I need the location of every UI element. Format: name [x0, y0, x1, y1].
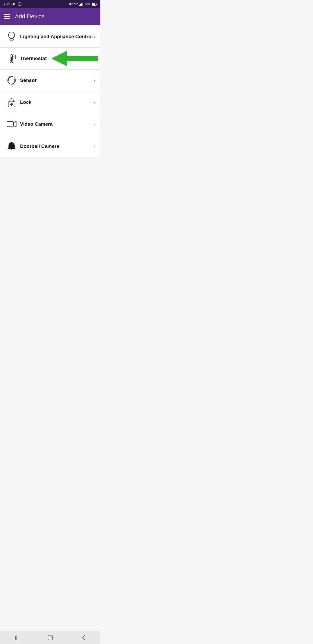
video-camera-label: Video Camera — [18, 121, 93, 127]
page-title: Add Device — [15, 13, 45, 20]
svg-rect-15 — [96, 4, 97, 5]
voicemail-icon — [12, 3, 16, 6]
doorbell-icon — [5, 141, 18, 151]
lock-icon — [5, 97, 18, 107]
svg-marker-37 — [14, 121, 16, 127]
thermostat-icon — [5, 53, 18, 64]
status-left: 7:25 — [4, 2, 21, 6]
list-item-video-camera[interactable]: Video Camera › — [0, 113, 100, 135]
list-item-doorbell-camera[interactable]: Doorbell Camera › — [0, 135, 100, 157]
time-display: 7:25 — [4, 2, 10, 6]
svg-point-8 — [76, 5, 76, 6]
chevron-right-icon: › — [93, 99, 95, 105]
video-camera-icon — [5, 121, 18, 128]
dnd-icon — [18, 2, 21, 6]
svg-rect-9 — [79, 5, 80, 6]
chevron-right-icon: › — [93, 56, 95, 62]
device-list: Lighting and Appliance Control › — [0, 26, 100, 157]
chevron-right-icon: › — [93, 78, 95, 83]
status-right: 72% — [69, 2, 97, 6]
lightbulb-icon — [5, 31, 18, 42]
svg-rect-2 — [13, 5, 15, 5]
svg-marker-5 — [69, 3, 71, 6]
svg-rect-4 — [19, 4, 20, 4]
svg-rect-36 — [7, 122, 13, 127]
thermostat-label: Thermostat — [18, 56, 93, 61]
chevron-right-icon: › — [93, 143, 95, 149]
svg-rect-14 — [92, 3, 95, 5]
list-item-lock[interactable]: Lock › — [0, 91, 100, 113]
svg-rect-35 — [11, 104, 12, 106]
svg-rect-10 — [80, 4, 81, 6]
svg-rect-11 — [81, 3, 82, 6]
sensor-label: Sensor — [18, 78, 93, 83]
chevron-right-icon: › — [93, 121, 95, 127]
battery-percentage: 72% — [84, 2, 90, 6]
svg-point-21 — [11, 61, 13, 62]
battery-icon — [92, 3, 97, 6]
doorbell-camera-label: Doorbell Camera — [18, 143, 93, 149]
list-item-thermostat[interactable]: Thermostat › — [0, 48, 100, 70]
svg-rect-17 — [10, 40, 13, 41]
list-item-sensor[interactable]: Sensor › — [0, 70, 100, 91]
svg-rect-16 — [10, 39, 13, 40]
wifi-icon — [74, 3, 78, 6]
lighting-label: Lighting and Appliance Control — [18, 34, 93, 39]
svg-rect-12 — [82, 3, 83, 6]
mute-icon — [69, 2, 73, 6]
app-bar: Add Device — [0, 8, 100, 25]
sensor-icon — [5, 75, 18, 85]
list-item-lighting[interactable]: Lighting and Appliance Control › — [0, 26, 100, 48]
signal-icon — [79, 3, 83, 6]
hamburger-menu-button[interactable] — [4, 14, 10, 19]
lock-label: Lock — [18, 99, 93, 105]
chevron-right-icon: › — [93, 34, 95, 40]
svg-rect-20 — [11, 57, 12, 61]
status-bar: 7:25 72% — [0, 0, 100, 8]
